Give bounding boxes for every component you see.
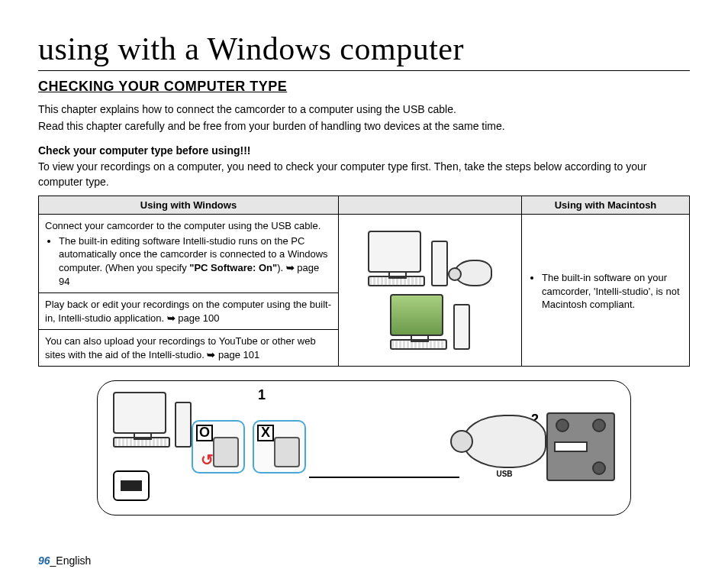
monitor-icon xyxy=(113,392,166,434)
page-ref-arrow-icon: ➥ xyxy=(167,312,176,324)
windows-cell-3: You can also upload your recordings to Y… xyxy=(39,330,339,367)
table-header-image xyxy=(339,196,522,215)
check-text: To view your recordings on a computer, y… xyxy=(38,160,690,189)
win1-bullet: The built-in editing software Intelli-st… xyxy=(59,234,332,288)
monitor-playback-icon xyxy=(390,294,443,336)
table-header-macintosh: Using with Macintosh xyxy=(522,196,690,215)
monitor-icon xyxy=(368,231,421,273)
page-title: using with a Windows computer xyxy=(38,31,690,71)
check-heading: Check your computer type before using!!! xyxy=(38,144,690,157)
usb-plug-icon xyxy=(113,470,150,501)
cable-line xyxy=(309,477,459,478)
pc-tower-icon xyxy=(431,241,448,286)
page-ref-arrow-icon: ➥ xyxy=(286,262,295,273)
win3-ref: page 101 xyxy=(218,349,259,360)
win2-ref: page 100 xyxy=(178,312,219,324)
table-header-windows: Using with Windows xyxy=(39,196,339,215)
page-ref-arrow-icon: ➥ xyxy=(207,349,215,360)
rotate-arrow-icon: ↺ xyxy=(201,451,214,469)
windows-cell-2: Play back or edit your recordings on the… xyxy=(39,293,339,330)
connection-diagram: 1 2 O ↺ X xyxy=(97,380,631,516)
intro-line-1: This chapter explains how to connect the… xyxy=(38,102,690,118)
diagram-camcorder-side: USB xyxy=(462,415,546,478)
win1-intro: Connect your camcorder to the computer u… xyxy=(45,220,321,231)
win3-text: You can also upload your recordings to Y… xyxy=(45,335,316,360)
page-footer: 96_English xyxy=(38,554,91,567)
intro-line-2: Read this chapter carefully and be free … xyxy=(38,119,690,134)
diagram-computer xyxy=(113,392,192,501)
mac-bullet: The built-in software on your camcorder,… xyxy=(542,271,683,312)
page-language: _English xyxy=(50,554,92,567)
pc-tower-icon xyxy=(453,304,470,350)
usb-tip-icon xyxy=(213,437,239,467)
page-number: 96 xyxy=(38,554,50,567)
win1-bullet-bold: "PC Software: On" xyxy=(189,262,277,273)
inset-x-label: X xyxy=(257,425,274,441)
pc-tower-icon xyxy=(175,402,192,448)
inset-wrong: X xyxy=(253,420,306,473)
windows-cell-1: Connect your camcorder to the computer u… xyxy=(39,215,339,293)
camcorder-port-panel-icon xyxy=(546,412,615,481)
usb-label: USB xyxy=(462,470,546,478)
usb-slot-icon xyxy=(554,441,588,452)
camcorder-large-icon xyxy=(462,415,546,468)
table-image-cell xyxy=(339,215,522,367)
camcorder-icon xyxy=(454,260,492,286)
usb-tip-icon xyxy=(274,437,300,467)
macintosh-cell: The built-in software on your camcorder,… xyxy=(522,215,690,367)
inset-correct: O ↺ xyxy=(192,420,245,473)
table-illustration xyxy=(345,231,515,350)
step-label-1: 1 xyxy=(258,387,266,403)
intro-block: This chapter explains how to connect the… xyxy=(38,102,690,134)
comparison-table: Using with Windows Using with Macintosh … xyxy=(38,196,690,367)
section-heading: CHECKING YOUR COMPUTER TYPE xyxy=(38,79,690,95)
win1-bullet-tail: ). xyxy=(277,262,286,273)
inset-o-label: O xyxy=(196,425,213,441)
usb-orientation-insets: O ↺ X xyxy=(192,420,306,473)
